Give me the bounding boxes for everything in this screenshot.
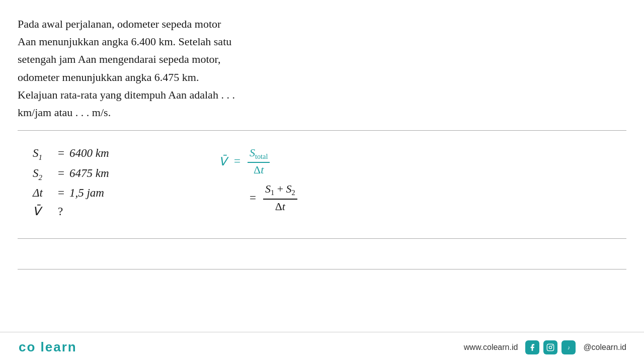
formula-eq1: =: [231, 155, 244, 168]
v-row: V̄ ?: [33, 205, 209, 218]
social-handle: @colearn.id: [583, 343, 626, 352]
s1-equals: =: [53, 147, 69, 160]
svg-point-2: [552, 345, 553, 346]
formula-frac2-den: Δt: [273, 200, 287, 213]
formula-frac1-num: Stotal: [248, 147, 270, 163]
question-line6: km/jam atau . . . m/s.: [18, 106, 111, 119]
formula-row-1: V̄ = Stotal Δt: [219, 147, 626, 176]
question-line4: odometer menunjukkan angka 6.475 km.: [18, 71, 199, 83]
s2-equals: =: [53, 167, 69, 180]
s2-label: S2: [33, 167, 53, 182]
question-line3: setengah jam Aan mengendarai sepeda moto…: [18, 53, 221, 65]
formula-frac1-den: Δt: [252, 163, 266, 176]
tiktok-icon: ♪: [561, 340, 576, 354]
formula-eq2: =: [247, 192, 259, 205]
dt-equals: =: [53, 187, 69, 200]
svg-point-1: [549, 346, 552, 348]
footer-url: www.colearn.id: [464, 343, 518, 352]
formula-row-2: = S1 + S2 Δt: [247, 183, 626, 212]
s1-value: 6400 km: [69, 147, 109, 160]
dt-row: Δt = 1,5 jam: [33, 187, 209, 200]
main-content: Pada awal perjalanan, odometer sepeda mo…: [0, 0, 644, 121]
formula-frac2-num: S1 + S2: [263, 183, 297, 199]
solution-divider-2: [18, 269, 626, 269]
v-equals: ?: [53, 205, 68, 218]
formula-frac2: S1 + S2 Δt: [263, 183, 297, 212]
formula-v-bar: V̄: [219, 155, 227, 168]
dt-label: Δt: [33, 187, 53, 200]
facebook-icon: [525, 340, 539, 354]
s1-row: S1 = 6400 km: [33, 147, 209, 162]
question-line1: Pada awal perjalanan, odometer sepeda mo…: [18, 18, 221, 30]
given-values: S1 = 6400 km S2 = 6475 km Δt = 1,5 jam V…: [18, 147, 209, 223]
v-label: V̄: [33, 205, 53, 218]
dt-value: 1,5 jam: [69, 187, 104, 200]
solution-area: S1 = 6400 km S2 = 6475 km Δt = 1,5 jam V…: [0, 137, 644, 223]
question-line2: Aan menunjukkan angka 6.400 km. Setelah …: [18, 35, 231, 48]
logo-text: co learn: [19, 339, 77, 354]
social-icons: ♪: [525, 340, 576, 354]
brand-logo: co learn: [18, 339, 78, 355]
s1-label: S1: [33, 147, 53, 162]
s2-row: S2 = 6475 km: [33, 167, 209, 182]
footer-right: www.colearn.id ♪ @co: [464, 340, 626, 354]
instagram-icon: [543, 340, 557, 354]
question-line5: Kelajuan rata-rata yang ditempuh Aan ada…: [18, 88, 235, 101]
formula-frac1: Stotal Δt: [248, 147, 270, 176]
svg-rect-0: [547, 344, 554, 350]
formula-area: V̄ = Stotal Δt = S1 + S2 Δt: [209, 147, 626, 223]
footer: co learn www.colearn.id ♪: [0, 332, 644, 362]
s2-value: 6475 km: [69, 167, 109, 180]
question-text: Pada awal perjalanan, odometer sepeda mo…: [18, 15, 350, 121]
page: Pada awal perjalanan, odometer sepeda mo…: [0, 0, 644, 362]
